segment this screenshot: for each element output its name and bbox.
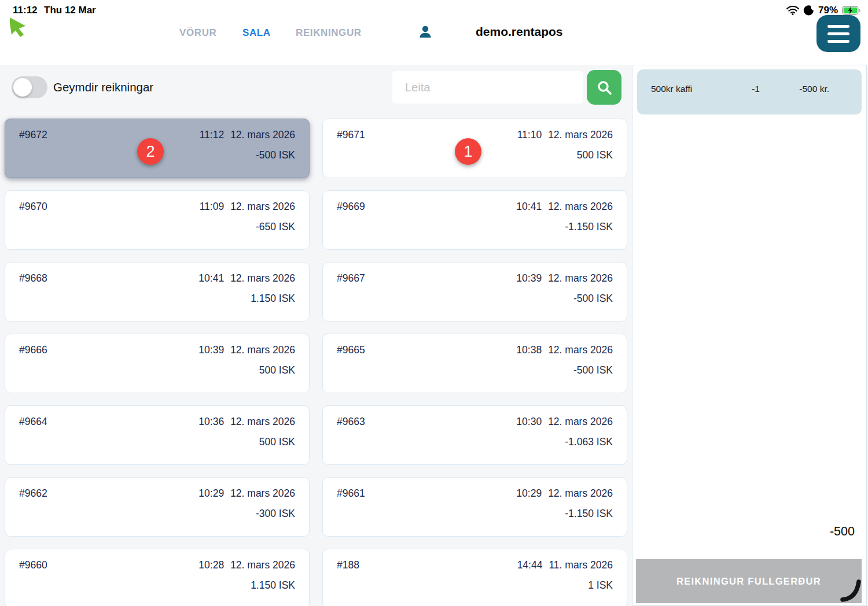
- receipt-card[interactable]: #9669 10:41 12. mars 2026 -1.150 ISK: [322, 190, 627, 250]
- receipt-time: 10:28: [198, 559, 224, 571]
- search-button[interactable]: [587, 70, 621, 105]
- cart-item-list: 500kr kaffi -1 -500 kr.: [632, 69, 866, 114]
- receipt-id: #9667: [337, 272, 365, 284]
- receipt-datetime: 10:28 12. mars 2026: [198, 559, 295, 571]
- receipt-id: #9665: [337, 344, 365, 356]
- receipt-amount: -500 ISK: [337, 364, 613, 376]
- nav-tab-reikningur[interactable]: REIKNINGUR: [296, 27, 362, 39]
- receipt-card[interactable]: #9667 10:39 12. mars 2026 -500 ISK: [322, 262, 627, 322]
- receipt-time: 10:30: [516, 416, 542, 428]
- receipts-grid: #9672 11:12 12. mars 2026 -500 ISK 2 #96…: [5, 119, 627, 606]
- receipt-time: 10:29: [198, 487, 224, 500]
- toggle-knob: [13, 78, 32, 97]
- status-icons: 79%: [786, 5, 861, 16]
- receipt-date: 12. mars 2026: [230, 129, 295, 141]
- receipt-id: #9672: [19, 129, 47, 141]
- receipt-time: 10:38: [516, 344, 542, 356]
- receipt-card[interactable]: #9671 11:10 12. mars 2026 500 ISK 1: [322, 119, 627, 178]
- green-cursor-pointer-icon: [10, 16, 30, 40]
- receipt-time: 10:29: [516, 487, 542, 500]
- receipt-datetime: 14:44 11. mars 2026: [517, 559, 613, 571]
- receipt-datetime: 10:39 12. mars 2026: [516, 272, 613, 284]
- loading-arc-icon: [838, 577, 865, 604]
- receipt-date: 11. mars 2026: [549, 559, 613, 571]
- receipt-amount: -650 ISK: [19, 221, 295, 233]
- receipt-card-top: #9668 10:41 12. mars 2026: [19, 272, 295, 284]
- receipt-card[interactable]: #188 14:44 11. mars 2026 1 ISK: [322, 549, 627, 606]
- hamburger-menu-button[interactable]: [816, 15, 860, 52]
- cart-total: -500: [830, 524, 855, 539]
- cart-item-row[interactable]: 500kr kaffi -1 -500 kr.: [637, 69, 862, 114]
- receipt-card-top: #188 14:44 11. mars 2026: [337, 559, 613, 571]
- receipt-datetime: 10:29 12. mars 2026: [516, 487, 613, 500]
- receipt-date: 12. mars 2026: [548, 416, 613, 428]
- receipt-time: 11:09: [200, 201, 225, 213]
- current-receipt-panel: 500kr kaffi -1 -500 kr. -500 REIKNINGUR …: [632, 65, 867, 606]
- receipt-card[interactable]: #9663 10:30 12. mars 2026 -1.063 ISK: [322, 405, 627, 465]
- account-name[interactable]: demo.rentapos: [476, 25, 563, 39]
- receipt-amount: -300 ISK: [19, 508, 295, 520]
- receipt-card-top: #9672 11:12 12. mars 2026: [19, 129, 295, 141]
- receipt-card-top: #9669 10:41 12. mars 2026: [337, 201, 613, 213]
- receipt-datetime: 11:10 12. mars 2026: [517, 129, 613, 141]
- receipt-card[interactable]: #9665 10:38 12. mars 2026 -500 ISK: [322, 334, 627, 393]
- complete-receipt-button[interactable]: REIKNINGUR FULLGERÐUR: [636, 559, 862, 603]
- receipt-date: 12. mars 2026: [230, 272, 295, 284]
- receipt-date: 12. mars 2026: [230, 344, 295, 356]
- person-icon[interactable]: [418, 24, 433, 39]
- wifi-icon: [786, 6, 799, 15]
- receipt-date: 12. mars 2026: [548, 272, 613, 284]
- receipt-card-top: #9661 10:29 12. mars 2026: [337, 487, 613, 500]
- receipt-card-top: #9662 10:29 12. mars 2026: [19, 487, 295, 500]
- receipt-date: 12. mars 2026: [548, 344, 613, 356]
- status-date: Thu 12 Mar: [44, 5, 96, 16]
- receipt-amount: 1.150 ISK: [19, 579, 295, 592]
- receipt-card-top: #9660 10:28 12. mars 2026: [19, 559, 295, 571]
- receipt-datetime: 10:41 12. mars 2026: [198, 272, 295, 284]
- receipt-card-top: #9670 11:09 12. mars 2026: [19, 201, 295, 213]
- receipt-id: #9660: [19, 559, 47, 571]
- cart-item-name: 500kr kaffi: [651, 84, 727, 94]
- receipt-card[interactable]: #9668 10:41 12. mars 2026 1.150 ISK: [5, 262, 310, 322]
- search-input[interactable]: [392, 71, 583, 104]
- status-clock: 11:12: [13, 5, 38, 16]
- receipt-amount: -500 ISK: [337, 293, 613, 305]
- receipt-card-top: #9671 11:10 12. mars 2026: [337, 129, 613, 141]
- receipt-id: #9661: [337, 487, 365, 500]
- receipt-id: #188: [337, 559, 359, 571]
- receipt-id: #9670: [19, 201, 47, 213]
- receipt-id: #9663: [337, 416, 365, 428]
- receipt-id: #9669: [337, 201, 365, 213]
- nav-tab-sala[interactable]: SALA: [242, 27, 271, 39]
- saved-receipts-toggle-label: Geymdir reikningar: [53, 80, 153, 94]
- receipt-amount: 1 ISK: [337, 579, 613, 592]
- receipt-card[interactable]: #9660 10:28 12. mars 2026 1.150 ISK: [5, 549, 310, 606]
- receipt-time: 10:41: [198, 272, 224, 284]
- receipt-time: 11:10: [517, 129, 542, 141]
- receipt-time: 10:39: [198, 344, 224, 356]
- receipt-card-top: #9663 10:30 12. mars 2026: [337, 416, 613, 428]
- receipt-amount: -1.150 ISK: [337, 221, 613, 233]
- receipt-card[interactable]: #9662 10:29 12. mars 2026 -300 ISK: [5, 477, 310, 537]
- nav-tab-vorur[interactable]: VÖRUR: [179, 27, 216, 39]
- receipt-date: 12. mars 2026: [548, 129, 613, 141]
- receipt-datetime: 10:41 12. mars 2026: [516, 201, 613, 213]
- hamburger-bar: [827, 32, 849, 35]
- receipt-card[interactable]: #9664 10:36 12. mars 2026 500 ISK: [5, 405, 310, 465]
- receipt-card[interactable]: #9670 11:09 12. mars 2026 -650 ISK: [5, 190, 310, 250]
- receipt-card-top: #9667 10:39 12. mars 2026: [337, 272, 613, 284]
- receipt-card[interactable]: #9672 11:12 12. mars 2026 -500 ISK 2: [5, 119, 310, 178]
- receipt-card-top: #9664 10:36 12. mars 2026: [19, 416, 295, 428]
- receipt-date: 12. mars 2026: [230, 416, 295, 428]
- cart-item-qty: -1: [727, 84, 760, 94]
- receipt-card[interactable]: #9666 10:39 12. mars 2026 500 ISK: [5, 334, 310, 393]
- receipt-date: 12. mars 2026: [548, 201, 613, 213]
- receipt-id: #9671: [337, 129, 365, 141]
- battery-charging-icon: [842, 6, 861, 15]
- receipt-date: 12. mars 2026: [230, 201, 295, 213]
- receipt-card[interactable]: #9661 10:29 12. mars 2026 -1.150 ISK: [322, 477, 627, 537]
- search-icon: [597, 80, 612, 95]
- saved-receipts-toggle[interactable]: [12, 76, 47, 98]
- receipt-datetime: 10:30 12. mars 2026: [516, 416, 613, 428]
- receipt-id: #9668: [19, 272, 47, 284]
